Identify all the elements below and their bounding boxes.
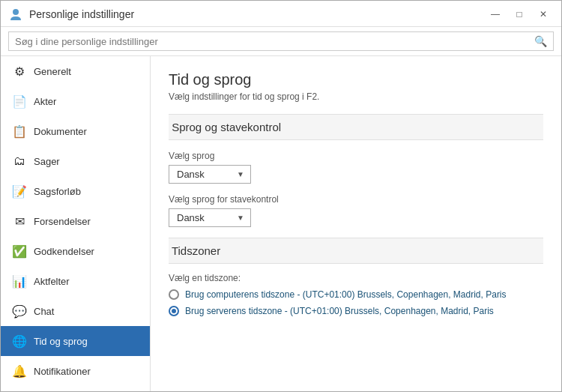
chevron-down-icon: ▼ — [237, 170, 244, 178]
timezone-label: Vælg en tidszone: — [169, 273, 543, 283]
page-title: Tid og sprog — [169, 71, 543, 88]
section-header-sprog: Sprog og stavekontrol — [169, 114, 543, 140]
content-area: ⚙Generelt📄Akter📋Dokumenter🗂Sager📝Sagsfor… — [1, 56, 561, 391]
dropdown-sprog[interactable]: Dansk ▼ — [169, 165, 251, 184]
sidebar-item-sager[interactable]: 🗂Sager — [1, 146, 150, 176]
radio-server-tidszone[interactable]: Brug serverens tidszone - (UTC+01:00) Br… — [169, 306, 543, 316]
window-controls: — □ ✕ — [485, 7, 554, 22]
sidebar-item-notifikationer[interactable]: 🔔Notifikationer — [1, 356, 150, 386]
notifikationer-icon: 🔔 — [11, 363, 28, 379]
radio-computer-tidszone[interactable]: Brug computerens tidszone - (UTC+01:00) … — [169, 289, 543, 300]
search-bar: 🔍 — [1, 27, 561, 56]
sidebar-item-label-sagsforloeb: Sagsforløb — [34, 186, 81, 197]
sidebar-item-label-tid-og-sprog: Tid og sprog — [34, 336, 88, 347]
label-sprog: Vælg sprog — [169, 151, 543, 161]
dropdown-sprog-value: Dansk — [177, 169, 231, 180]
titlebar: Personlige indstillinger — □ ✕ — [1, 1, 561, 27]
radio-label-server: Brug serverens tidszone - (UTC+01:00) Br… — [185, 306, 494, 316]
chat-icon: 💬 — [11, 303, 28, 319]
godkendelser-icon: ✅ — [11, 243, 28, 259]
minimize-button[interactable]: — — [485, 7, 506, 22]
dokumenter-icon: 📋 — [11, 123, 28, 139]
sidebar-item-sagsforloeb[interactable]: 📝Sagsforløb — [1, 176, 150, 206]
maximize-button[interactable]: □ — [509, 7, 530, 22]
sidebar-item-label-godkendelser: Godkendelser — [34, 246, 94, 257]
radio-circle-computer — [169, 289, 179, 300]
search-wrapper[interactable]: 🔍 — [8, 31, 554, 51]
close-button[interactable]: ✕ — [533, 7, 554, 22]
search-icon: 🔍 — [534, 35, 547, 47]
forsendelser-icon: ✉ — [11, 213, 28, 229]
app-icon — [8, 7, 23, 22]
tid-og-sprog-icon: 🌐 — [11, 333, 28, 349]
sidebar-item-godkendelser[interactable]: ✅Godkendelser — [1, 236, 150, 266]
generelt-icon: ⚙ — [11, 63, 28, 79]
sidebar-item-chat[interactable]: 💬Chat — [1, 296, 150, 326]
window-title: Personlige indstillinger — [29, 8, 485, 20]
sidebar-item-label-sager: Sager — [34, 156, 60, 167]
sidebar-item-label-forsendelser: Forsendelser — [34, 216, 91, 227]
sagsforloeb-icon: 📝 — [11, 183, 28, 199]
sidebar-item-label-dokumenter: Dokumenter — [34, 126, 87, 137]
main-panel: Tid og sprog Vælg indstillinger for tid … — [151, 56, 561, 391]
dropdown-stavekontrol[interactable]: Dansk ▼ — [169, 208, 251, 227]
form-group-stavekontrol: Vælg sprog for stavekontrol Dansk ▼ — [169, 194, 543, 227]
radio-group-timezone: Brug computerens tidszone - (UTC+01:00) … — [169, 289, 543, 316]
sidebar-item-label-chat: Chat — [34, 306, 54, 317]
sidebar-item-label-aktfelter: Aktfelter — [34, 276, 70, 287]
aktfelter-icon: 📊 — [11, 273, 28, 289]
svg-point-0 — [13, 9, 19, 15]
radio-label-computer: Brug computerens tidszone - (UTC+01:00) … — [185, 289, 507, 300]
sidebar-item-forsendelser[interactable]: ✉Forsendelser — [1, 206, 150, 236]
section-header-tidszoner: Tidszoner — [169, 238, 543, 264]
sager-icon: 🗂 — [11, 153, 28, 169]
label-stavekontrol: Vælg sprog for stavekontrol — [169, 194, 543, 205]
akter-icon: 📄 — [11, 93, 28, 109]
sidebar-item-generelt[interactable]: ⚙Generelt — [1, 56, 150, 86]
search-input[interactable] — [15, 36, 534, 47]
chevron-down-icon2: ▼ — [237, 214, 244, 222]
form-group-sprog: Vælg sprog Dansk ▼ — [169, 151, 543, 184]
settings-window: Personlige indstillinger — □ ✕ 🔍 ⚙Genere… — [0, 0, 562, 392]
radio-circle-server — [169, 306, 179, 316]
sidebar-item-label-akter: Akter — [34, 96, 56, 107]
sidebar-item-label-generelt: Generelt — [34, 66, 71, 77]
sidebar-item-dokumenter[interactable]: 📋Dokumenter — [1, 116, 150, 146]
sidebar-item-label-notifikationer: Notifikationer — [34, 366, 91, 377]
sidebar-item-aktfelter[interactable]: 📊Aktfelter — [1, 266, 150, 296]
sidebar-item-akter[interactable]: 📄Akter — [1, 86, 150, 116]
sidebar-item-tid-og-sprog[interactable]: 🌐Tid og sprog — [1, 326, 150, 356]
sidebar: ⚙Generelt📄Akter📋Dokumenter🗂Sager📝Sagsfor… — [1, 56, 151, 391]
page-subtitle: Vælg indstillinger for tid og sprog i F2… — [169, 91, 543, 102]
dropdown-stavekontrol-value: Dansk — [177, 212, 231, 223]
